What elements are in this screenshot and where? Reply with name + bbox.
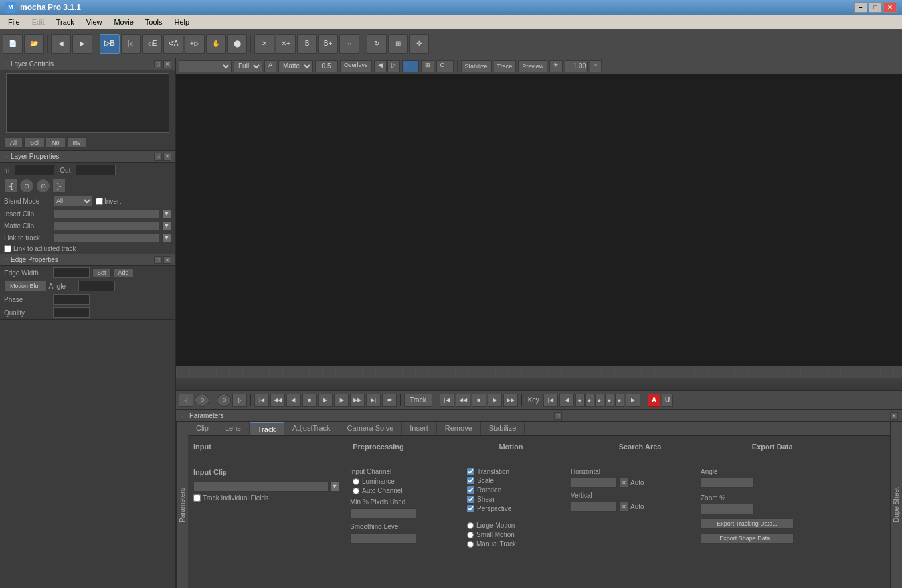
track-r1[interactable]: |◀	[440, 394, 454, 407]
trace-btn[interactable]: Trace	[494, 60, 517, 72]
timeline-track[interactable]	[176, 378, 902, 390]
vertical-clear-btn[interactable]: ✕	[619, 501, 628, 512]
quality-input[interactable]	[53, 307, 90, 318]
translation-checkbox[interactable]	[467, 468, 474, 475]
overlays-btn[interactable]: Overlays	[340, 60, 372, 72]
lp-btn4[interactable]: ]-	[52, 179, 66, 193]
delete2-tool[interactable]: ✕+	[276, 34, 296, 54]
add-point-tool[interactable]: +▷	[185, 34, 205, 54]
key-r3[interactable]: ▶	[626, 394, 640, 407]
edge-select-tool[interactable]: ◁E	[142, 34, 162, 54]
menu-track[interactable]: Track	[51, 17, 80, 27]
frame-indicator[interactable]: I	[402, 60, 419, 72]
tab-stabilize[interactable]: Stabilize	[481, 422, 525, 435]
go-end-btn[interactable]: ▶|	[366, 394, 381, 407]
open-tool[interactable]: 📂	[24, 34, 44, 54]
opacity-input[interactable]	[315, 60, 338, 72]
blend-mode-select[interactable]: All	[53, 196, 93, 206]
export-shape-btn[interactable]: Export Shape Data...	[701, 533, 794, 544]
tab-remove[interactable]: Remove	[437, 422, 481, 435]
clip-sel-btn[interactable]: ▼	[330, 481, 339, 492]
camera-btn[interactable]: C	[436, 60, 454, 72]
transport-circle1[interactable]: ⊙	[195, 394, 209, 407]
overlay-sub1[interactable]: ◀	[374, 60, 387, 72]
out-field[interactable]	[76, 165, 116, 175]
zoom-input[interactable]	[565, 60, 588, 72]
edge-add-btn[interactable]: Add	[114, 268, 134, 277]
transport-bracket-close[interactable]: ]-	[232, 394, 247, 407]
link-tool[interactable]: ↔	[339, 34, 359, 54]
record-btn[interactable]: A	[648, 394, 660, 407]
timeline-ruler[interactable]	[176, 366, 902, 378]
export-tracking-btn[interactable]: Export Tracking Data...	[701, 518, 794, 529]
options-btn[interactable]: ≡	[590, 60, 601, 72]
matte-clip-btn[interactable]: ▼	[162, 221, 171, 230]
connect2-tool[interactable]: B+	[318, 34, 338, 54]
circle-tool[interactable]: ⬤	[227, 34, 247, 54]
minimize-button[interactable]: –	[854, 2, 867, 13]
layer-no-btn[interactable]: No	[46, 137, 66, 148]
lp-btn3[interactable]: ⊙	[36, 179, 50, 193]
track-r3[interactable]: ■	[472, 394, 486, 407]
key-ind4[interactable]: ◆	[605, 394, 614, 407]
grid-btn[interactable]: ⊞	[421, 60, 434, 72]
step-fwd-btn[interactable]: |▶	[334, 394, 349, 407]
stop-btn[interactable]: ■	[302, 394, 317, 407]
key-ind3[interactable]: ◆	[595, 394, 604, 407]
key-r1[interactable]: |◀	[543, 394, 558, 407]
prev-frame-btn[interactable]: ◀◀	[270, 394, 285, 407]
manual-track-radio[interactable]	[467, 541, 474, 548]
preview-btn[interactable]: Preview	[518, 60, 547, 72]
small-motion-radio[interactable]	[467, 532, 474, 538]
layer-sel-btn[interactable]: Sel	[24, 137, 45, 148]
edge-set-btn[interactable]: Set	[92, 268, 111, 277]
perspective-checkbox[interactable]	[467, 505, 474, 512]
bp-close-btn[interactable]: ✕	[890, 412, 898, 420]
track-r4[interactable]: ▶	[488, 394, 502, 407]
scale-checkbox[interactable]	[467, 477, 474, 484]
lp-close-btn[interactable]: ✕	[163, 153, 171, 161]
panel-close-btn[interactable]: ✕	[163, 60, 171, 68]
horizontal-input[interactable]	[571, 477, 617, 488]
menu-view[interactable]: View	[81, 17, 108, 27]
rotate-tool[interactable]: ↺A	[163, 34, 183, 54]
delete-tool[interactable]: ✕	[254, 34, 274, 54]
key-ind5[interactable]: ◆	[615, 394, 624, 407]
key-ind2[interactable]: ◆	[585, 394, 594, 407]
auto-channel-radio[interactable]	[353, 488, 359, 494]
transport-circle2[interactable]: ⊙	[217, 394, 231, 407]
tab-insert[interactable]: Insert	[402, 422, 437, 435]
vertical-input[interactable]	[571, 501, 617, 512]
overlay-sub2[interactable]: ▷	[387, 60, 400, 72]
tab-track[interactable]: Track	[250, 422, 284, 435]
tab-clip[interactable]: Clip	[188, 422, 217, 435]
loop-btn[interactable]: ⇌	[382, 394, 397, 407]
quality-select[interactable]: Full	[234, 60, 262, 72]
menu-tools[interactable]: Tools	[140, 17, 168, 27]
smoothing-bar[interactable]	[350, 533, 416, 544]
forward-tool[interactable]: ▶	[72, 34, 92, 54]
transport-bracket-open[interactable]: -[	[179, 394, 193, 407]
track-indiv-checkbox[interactable]	[193, 494, 201, 502]
move-tool[interactable]: ✛	[409, 34, 429, 54]
phase-input[interactable]	[53, 294, 90, 305]
key-ind1[interactable]: ◆	[575, 394, 585, 407]
matte-select[interactable]: Matte	[278, 60, 313, 72]
back-tool[interactable]: ◀	[51, 34, 71, 54]
pan-tool[interactable]: ✋	[206, 34, 226, 54]
track-r5[interactable]: ▶▶	[503, 394, 518, 407]
rotate2-tool[interactable]: ↻	[367, 34, 387, 54]
new-tool[interactable]: 📄	[3, 34, 23, 54]
insert-clip-btn[interactable]: ▼	[162, 209, 171, 218]
tab-lens[interactable]: Lens	[217, 422, 250, 435]
select-point-tool[interactable]: |◁	[121, 34, 141, 54]
zoom-pct-input[interactable]	[701, 504, 754, 514]
shear-checkbox[interactable]	[467, 496, 474, 503]
lp-btn2[interactable]: ⊙	[19, 179, 34, 193]
angle-input[interactable]	[78, 281, 115, 291]
menu-edit[interactable]: Edit	[27, 17, 50, 27]
tab-adjusttrack[interactable]: AdjustTrack	[284, 422, 339, 435]
bp-expand-btn[interactable]: □	[554, 412, 562, 420]
angle-export-input[interactable]	[701, 477, 754, 488]
horizontal-clear-btn[interactable]: ✕	[619, 477, 628, 488]
